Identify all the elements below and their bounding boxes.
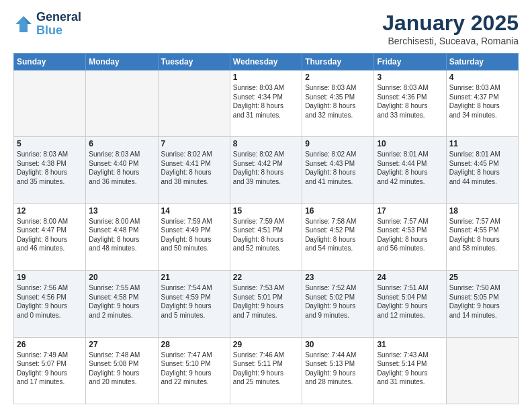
month-title: January 2025 <box>382 11 519 36</box>
col-header-sunday: Sunday <box>14 54 86 71</box>
calendar-cell: 16Sunrise: 7:58 AM Sunset: 4:52 PM Dayli… <box>302 203 374 270</box>
calendar-week-row: 5Sunrise: 8:03 AM Sunset: 4:38 PM Daylig… <box>14 137 519 203</box>
day-info: Sunrise: 7:48 AM Sunset: 5:08 PM Dayligh… <box>89 351 154 387</box>
day-info: Sunrise: 7:59 AM Sunset: 4:51 PM Dayligh… <box>233 217 299 253</box>
calendar-cell <box>14 71 86 137</box>
col-header-tuesday: Tuesday <box>158 54 230 71</box>
day-number: 5 <box>17 139 83 148</box>
day-number: 6 <box>89 139 154 148</box>
day-info: Sunrise: 7:50 AM Sunset: 5:05 PM Dayligh… <box>449 283 515 320</box>
calendar-cell: 6Sunrise: 8:03 AM Sunset: 4:40 PM Daylig… <box>86 137 158 203</box>
calendar-cell: 28Sunrise: 7:47 AM Sunset: 5:10 PM Dayli… <box>158 337 230 404</box>
calendar-week-row: 19Sunrise: 7:56 AM Sunset: 4:56 PM Dayli… <box>14 271 519 337</box>
day-number: 3 <box>377 73 443 82</box>
location-subtitle: Berchisesti, Suceava, Romania <box>382 36 519 46</box>
day-number: 25 <box>449 273 515 282</box>
day-number: 8 <box>233 139 299 148</box>
day-info: Sunrise: 7:46 AM Sunset: 5:11 PM Dayligh… <box>233 351 299 387</box>
logo-icon <box>13 14 34 34</box>
day-number: 15 <box>233 206 299 216</box>
calendar-week-row: 1Sunrise: 8:03 AM Sunset: 4:34 PM Daylig… <box>14 71 519 137</box>
calendar-cell: 7Sunrise: 8:02 AM Sunset: 4:41 PM Daylig… <box>158 137 230 203</box>
calendar-cell: 27Sunrise: 7:48 AM Sunset: 5:08 PM Dayli… <box>86 337 158 404</box>
calendar-header-row: SundayMondayTuesdayWednesdayThursdayFrid… <box>14 54 519 71</box>
day-number: 24 <box>377 273 443 282</box>
calendar-cell: 14Sunrise: 7:59 AM Sunset: 4:49 PM Dayli… <box>158 203 230 270</box>
calendar-week-row: 12Sunrise: 8:00 AM Sunset: 4:47 PM Dayli… <box>14 203 519 270</box>
day-info: Sunrise: 8:03 AM Sunset: 4:38 PM Dayligh… <box>17 150 83 186</box>
calendar-cell: 13Sunrise: 8:00 AM Sunset: 4:48 PM Dayli… <box>86 203 158 270</box>
day-number: 28 <box>161 340 227 349</box>
col-header-monday: Monday <box>86 54 158 71</box>
day-info: Sunrise: 8:03 AM Sunset: 4:36 PM Dayligh… <box>377 83 443 120</box>
day-number: 26 <box>17 340 83 349</box>
day-info: Sunrise: 8:03 AM Sunset: 4:35 PM Dayligh… <box>305 83 371 120</box>
day-info: Sunrise: 7:56 AM Sunset: 4:56 PM Dayligh… <box>17 283 83 320</box>
day-info: Sunrise: 8:01 AM Sunset: 4:45 PM Dayligh… <box>449 150 515 186</box>
day-number: 30 <box>305 340 371 349</box>
page: General Blue January 2025 Berchisesti, S… <box>0 0 532 411</box>
day-number: 16 <box>305 206 371 216</box>
logo-text: General Blue <box>36 11 81 38</box>
day-number: 10 <box>377 139 443 148</box>
day-number: 18 <box>449 206 515 216</box>
day-info: Sunrise: 7:55 AM Sunset: 4:58 PM Dayligh… <box>89 283 154 320</box>
day-info: Sunrise: 8:00 AM Sunset: 4:47 PM Dayligh… <box>17 217 83 253</box>
calendar-cell: 31Sunrise: 7:43 AM Sunset: 5:14 PM Dayli… <box>374 337 446 404</box>
day-number: 23 <box>305 273 371 282</box>
calendar-cell: 5Sunrise: 8:03 AM Sunset: 4:38 PM Daylig… <box>14 137 86 203</box>
calendar-cell: 29Sunrise: 7:46 AM Sunset: 5:11 PM Dayli… <box>230 337 302 404</box>
day-info: Sunrise: 8:00 AM Sunset: 4:48 PM Dayligh… <box>89 217 154 253</box>
calendar-cell: 18Sunrise: 7:57 AM Sunset: 4:55 PM Dayli… <box>446 203 518 270</box>
day-info: Sunrise: 8:03 AM Sunset: 4:34 PM Dayligh… <box>233 83 299 120</box>
calendar-table: SundayMondayTuesdayWednesdayThursdayFrid… <box>13 53 519 404</box>
day-info: Sunrise: 7:51 AM Sunset: 5:04 PM Dayligh… <box>377 283 443 320</box>
logo-line1: General <box>36 11 81 24</box>
day-info: Sunrise: 7:49 AM Sunset: 5:07 PM Dayligh… <box>17 351 83 387</box>
calendar-cell: 19Sunrise: 7:56 AM Sunset: 4:56 PM Dayli… <box>14 271 86 337</box>
day-number: 19 <box>17 273 83 282</box>
day-info: Sunrise: 8:02 AM Sunset: 4:42 PM Dayligh… <box>233 150 299 186</box>
day-info: Sunrise: 8:03 AM Sunset: 4:37 PM Dayligh… <box>449 83 515 120</box>
day-info: Sunrise: 8:02 AM Sunset: 4:41 PM Dayligh… <box>161 150 227 186</box>
calendar-cell: 17Sunrise: 7:57 AM Sunset: 4:53 PM Dayli… <box>374 203 446 270</box>
calendar-cell: 23Sunrise: 7:52 AM Sunset: 5:02 PM Dayli… <box>302 271 374 337</box>
calendar-cell: 12Sunrise: 8:00 AM Sunset: 4:47 PM Dayli… <box>14 203 86 270</box>
day-number: 27 <box>89 340 154 349</box>
calendar-cell: 8Sunrise: 8:02 AM Sunset: 4:42 PM Daylig… <box>230 137 302 203</box>
calendar-cell: 9Sunrise: 8:02 AM Sunset: 4:43 PM Daylig… <box>302 137 374 203</box>
day-number: 31 <box>377 340 443 349</box>
day-number: 11 <box>449 139 515 148</box>
title-block: January 2025 Berchisesti, Suceava, Roman… <box>382 11 519 46</box>
day-info: Sunrise: 7:47 AM Sunset: 5:10 PM Dayligh… <box>161 351 227 387</box>
day-number: 9 <box>305 139 371 148</box>
day-info: Sunrise: 8:02 AM Sunset: 4:43 PM Dayligh… <box>305 150 371 186</box>
day-info: Sunrise: 8:01 AM Sunset: 4:44 PM Dayligh… <box>377 150 443 186</box>
calendar-cell: 22Sunrise: 7:53 AM Sunset: 5:01 PM Dayli… <box>230 271 302 337</box>
day-number: 14 <box>161 206 227 216</box>
col-header-saturday: Saturday <box>446 54 518 71</box>
day-number: 1 <box>233 73 299 82</box>
day-info: Sunrise: 7:44 AM Sunset: 5:13 PM Dayligh… <box>305 351 371 387</box>
col-header-thursday: Thursday <box>302 54 374 71</box>
day-info: Sunrise: 7:43 AM Sunset: 5:14 PM Dayligh… <box>377 351 443 387</box>
calendar-week-row: 26Sunrise: 7:49 AM Sunset: 5:07 PM Dayli… <box>14 337 519 404</box>
day-number: 7 <box>161 139 227 148</box>
calendar-cell: 4Sunrise: 8:03 AM Sunset: 4:37 PM Daylig… <box>446 71 518 137</box>
calendar-cell: 2Sunrise: 8:03 AM Sunset: 4:35 PM Daylig… <box>302 71 374 137</box>
day-number: 2 <box>305 73 371 82</box>
logo-line2: Blue <box>36 24 62 37</box>
logo: General Blue <box>13 11 81 38</box>
calendar-cell: 20Sunrise: 7:55 AM Sunset: 4:58 PM Dayli… <box>86 271 158 337</box>
calendar-cell: 3Sunrise: 8:03 AM Sunset: 4:36 PM Daylig… <box>374 71 446 137</box>
day-number: 20 <box>89 273 154 282</box>
day-info: Sunrise: 7:52 AM Sunset: 5:02 PM Dayligh… <box>305 283 371 320</box>
day-number: 21 <box>161 273 227 282</box>
day-number: 29 <box>233 340 299 349</box>
calendar-cell: 25Sunrise: 7:50 AM Sunset: 5:05 PM Dayli… <box>446 271 518 337</box>
calendar-cell: 26Sunrise: 7:49 AM Sunset: 5:07 PM Dayli… <box>14 337 86 404</box>
calendar-cell <box>446 337 518 404</box>
day-number: 17 <box>377 206 443 216</box>
day-info: Sunrise: 7:57 AM Sunset: 4:55 PM Dayligh… <box>449 217 515 253</box>
day-info: Sunrise: 7:53 AM Sunset: 5:01 PM Dayligh… <box>233 283 299 320</box>
